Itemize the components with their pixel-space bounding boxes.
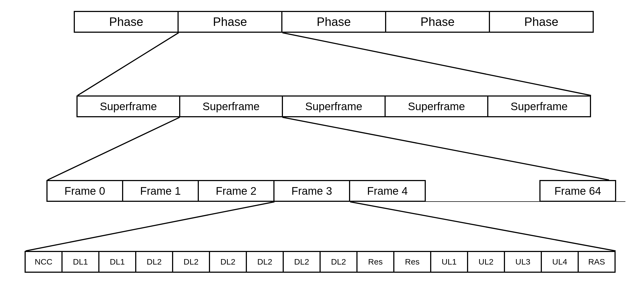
svg-line-1 bbox=[282, 33, 591, 95]
phase-label: Phase bbox=[524, 15, 559, 29]
frame-label: Frame 64 bbox=[554, 185, 601, 197]
slot-label: DL1 bbox=[73, 257, 88, 266]
frame-cell: Frame 3 bbox=[273, 180, 350, 202]
superframe-label: Superframe bbox=[408, 100, 465, 113]
slot-cell: DL2 bbox=[246, 251, 284, 273]
svg-line-2 bbox=[48, 117, 180, 180]
frame-cell: Frame 2 bbox=[198, 180, 274, 202]
slot-cell: DL2 bbox=[320, 251, 358, 273]
slot-label: DL1 bbox=[110, 257, 125, 266]
slot-cell: DL2 bbox=[209, 251, 247, 273]
slot-label: DL2 bbox=[147, 257, 162, 266]
svg-line-4 bbox=[26, 202, 274, 251]
slot-cell: UL2 bbox=[467, 251, 505, 273]
phase-label: Phase bbox=[317, 15, 351, 29]
slot-cell: UL3 bbox=[504, 251, 542, 273]
phase-cell: Phase bbox=[178, 11, 282, 33]
slot-cell: UL1 bbox=[430, 251, 468, 273]
phase-cell: Phase bbox=[489, 11, 594, 33]
slot-label: DL2 bbox=[294, 257, 309, 266]
slot-label: Res bbox=[405, 257, 420, 266]
frame-cell-last: Frame 64 bbox=[539, 180, 616, 202]
svg-line-0 bbox=[78, 33, 179, 95]
slot-label: NCC bbox=[35, 257, 52, 266]
slot-label: UL1 bbox=[442, 257, 457, 266]
slot-cell: Res bbox=[356, 251, 394, 273]
superframe-label: Superframe bbox=[305, 100, 362, 113]
frame-cell: Frame 1 bbox=[122, 180, 199, 202]
frame-gap bbox=[426, 180, 540, 202]
frame-cell: Frame 4 bbox=[349, 180, 426, 202]
superframe-cell: Superframe bbox=[282, 95, 386, 117]
svg-line-3 bbox=[282, 117, 609, 180]
phase-cell: Phase bbox=[281, 11, 386, 33]
superframe-cell: Superframe bbox=[487, 95, 591, 117]
slot-cell: DL2 bbox=[172, 251, 210, 273]
frame-label: Frame 1 bbox=[140, 185, 181, 197]
frame-hierarchy-diagram: Phase Phase Phase Phase Phase Superframe… bbox=[11, 11, 633, 283]
frame-label: Frame 0 bbox=[64, 185, 105, 197]
phase-cell: Phase bbox=[74, 11, 179, 33]
slot-label: DL2 bbox=[257, 257, 272, 266]
phase-label: Phase bbox=[421, 15, 455, 29]
slot-label: RAS bbox=[588, 257, 605, 266]
slot-label: DL2 bbox=[184, 257, 199, 266]
slot-label: UL2 bbox=[478, 257, 494, 266]
frame-row: Frame 0 Frame 1 Frame 2 Frame 3 Frame 4 … bbox=[46, 180, 616, 202]
slot-label: Res bbox=[368, 257, 383, 266]
slot-label: DL2 bbox=[331, 257, 346, 266]
svg-line-5 bbox=[350, 202, 616, 251]
slot-row: NCC DL1 DL1 DL2 DL2 DL2 DL2 DL2 DL2 Res … bbox=[25, 251, 616, 273]
phase-row: Phase Phase Phase Phase Phase bbox=[74, 11, 594, 33]
phase-cell: Phase bbox=[385, 11, 490, 33]
slot-cell: DL1 bbox=[61, 251, 99, 273]
superframe-row: Superframe Superframe Superframe Superfr… bbox=[76, 95, 591, 117]
frame-baseline bbox=[46, 201, 625, 202]
superframe-label: Superframe bbox=[203, 100, 260, 113]
slot-label: UL3 bbox=[515, 257, 530, 266]
phase-label: Phase bbox=[109, 15, 143, 29]
slot-cell: Res bbox=[393, 251, 431, 273]
slot-label: DL2 bbox=[220, 257, 235, 266]
frame-cell: Frame 0 bbox=[46, 180, 123, 202]
superframe-label: Superframe bbox=[511, 100, 568, 113]
superframe-cell: Superframe bbox=[76, 95, 180, 117]
superframe-cell: Superframe bbox=[385, 95, 488, 117]
slot-cell: RAS bbox=[578, 251, 616, 273]
slot-label: UL4 bbox=[552, 257, 567, 266]
phase-label: Phase bbox=[213, 15, 247, 29]
slot-cell: DL2 bbox=[283, 251, 321, 273]
connector-lines bbox=[11, 11, 633, 283]
superframe-cell: Superframe bbox=[179, 95, 283, 117]
frame-label: Frame 3 bbox=[291, 185, 332, 197]
slot-cell: NCC bbox=[25, 251, 63, 273]
frame-label: Frame 2 bbox=[216, 185, 256, 197]
frame-label: Frame 4 bbox=[367, 185, 408, 197]
slot-cell: UL4 bbox=[541, 251, 579, 273]
slot-cell: DL1 bbox=[98, 251, 136, 273]
superframe-label: Superframe bbox=[100, 100, 157, 113]
slot-cell: DL2 bbox=[135, 251, 173, 273]
